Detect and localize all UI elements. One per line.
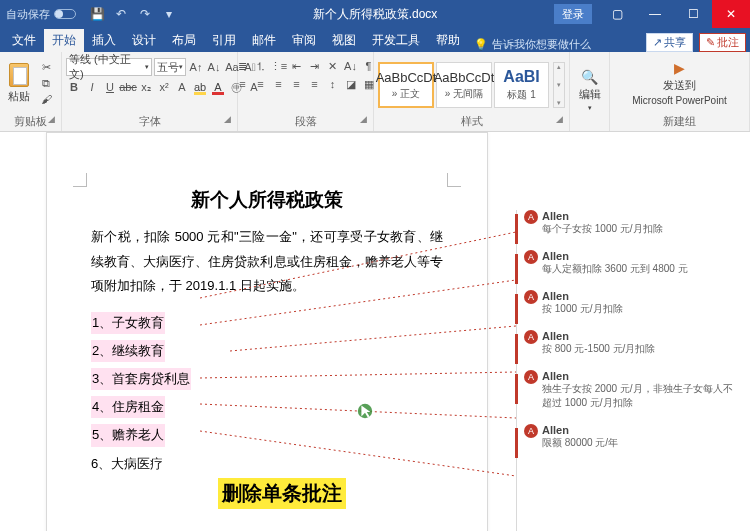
avatar: A — [524, 424, 538, 438]
font-size-select[interactable]: 五号▾ — [154, 58, 186, 76]
copy-icon[interactable]: ⧉ — [38, 76, 54, 90]
autosave-label: 自动保存 — [6, 7, 50, 22]
align-left-icon[interactable]: ≡ — [235, 76, 251, 92]
ribbon-options-icon[interactable]: ▢ — [598, 0, 636, 28]
search-icon: 🔍 — [581, 69, 598, 85]
style-heading1[interactable]: AaBI 标题 1 — [494, 62, 549, 108]
shrink-font-icon[interactable]: A↓ — [206, 59, 222, 75]
asian-layout-icon[interactable]: ✕ — [325, 58, 341, 74]
tab-view[interactable]: 视图 — [324, 29, 364, 52]
quick-access-toolbar: 💾 ↶ ↷ ▾ — [82, 3, 180, 25]
align-right-icon[interactable]: ≡ — [271, 76, 287, 92]
decrease-indent-icon[interactable]: ⇤ — [289, 58, 305, 74]
doc-paragraph: 新个税，扣除 5000 元和"三险一金"，还可享受子女教育、继续教育、大病医疗、… — [91, 225, 443, 299]
comment[interactable]: A Allen 独生子女按 2000 元/月，非独生子女每人不超过 1000 元… — [524, 370, 738, 410]
styles-scroll[interactable]: ▴▾▾ — [553, 62, 565, 108]
dialog-launcher-icon[interactable]: ◢ — [556, 114, 563, 124]
document-page[interactable]: 新个人所得税政策 新个税，扣除 5000 元和"三险一金"，还可享受子女教育、继… — [46, 132, 488, 531]
tab-devtools[interactable]: 开发工具 — [364, 29, 428, 52]
comment[interactable]: A Allen 限额 80000 元/年 — [524, 424, 738, 450]
document-area: 新个人所得税政策 新个税，扣除 5000 元和"三险一金"，还可享受子女教育、继… — [0, 132, 750, 531]
font-color-button[interactable]: A — [210, 79, 226, 95]
numbering-icon[interactable]: ⒈ — [253, 58, 269, 74]
dialog-launcher-icon[interactable]: ◢ — [224, 114, 231, 124]
paste-button[interactable]: 粘贴 — [4, 61, 34, 106]
minimize-icon[interactable]: — — [636, 0, 674, 28]
avatar: A — [524, 290, 538, 304]
underline-button[interactable]: U — [102, 79, 118, 95]
list-item: 1、子女教育 — [91, 312, 165, 334]
ribbon: 粘贴 ✂ ⧉ 🖌 剪贴板◢ 等线 (中文正文)▾ 五号▾ A↑ A↓ Aa Aͯ… — [0, 52, 750, 132]
comments-pane: A Allen 每个子女按 1000 元/月扣除 A Allen 每人定额扣除 … — [524, 210, 738, 464]
lightbulb-icon: 💡 — [474, 38, 488, 51]
highlight-color-button[interactable]: ab — [192, 79, 208, 95]
close-icon[interactable]: ✕ — [712, 0, 750, 28]
annotation-caption: 删除单条批注 — [218, 478, 346, 509]
grow-font-icon[interactable]: A↑ — [188, 59, 204, 75]
format-painter-icon[interactable]: 🖌 — [38, 92, 54, 106]
group-font: 等线 (中文正文)▾ 五号▾ A↑ A↓ Aa Aͯ B I U abc x₂ … — [62, 52, 238, 131]
comment[interactable]: A Allen 每人定额扣除 3600 元到 4800 元 — [524, 250, 738, 276]
list-item: 3、首套房贷利息 — [91, 368, 191, 390]
editing-button[interactable]: 🔍 编辑 ▾ — [575, 67, 605, 114]
document-title: 新个人所得税政策.docx — [313, 6, 438, 23]
comment[interactable]: A Allen 每个子女按 1000 元/月扣除 — [524, 210, 738, 236]
qat-more-icon[interactable]: ▾ — [158, 3, 180, 25]
text-effects-icon[interactable]: A — [174, 79, 190, 95]
justify-icon[interactable]: ≡ — [289, 76, 305, 92]
undo-icon[interactable]: ↶ — [110, 3, 132, 25]
powerpoint-icon: ▶ — [674, 60, 685, 76]
tab-home[interactable]: 开始 — [44, 29, 84, 52]
bold-button[interactable]: B — [66, 79, 82, 95]
tab-references[interactable]: 引用 — [204, 29, 244, 52]
avatar: A — [524, 370, 538, 384]
strike-button[interactable]: abc — [120, 79, 136, 95]
login-button[interactable]: 登录 — [554, 4, 592, 24]
group-styles: AaBbCcDt » 正文 AaBbCcDt » 无间隔 AaBI 标题 1 ▴… — [374, 52, 570, 131]
shading-icon[interactable]: ◪ — [343, 76, 359, 92]
comment[interactable]: A Allen 按 1000 元/月扣除 — [524, 290, 738, 316]
tab-review[interactable]: 审阅 — [284, 29, 324, 52]
italic-button[interactable]: I — [84, 79, 100, 95]
font-name-select[interactable]: 等线 (中文正文)▾ — [66, 58, 152, 76]
tab-file[interactable]: 文件 — [4, 29, 44, 52]
increase-indent-icon[interactable]: ⇥ — [307, 58, 323, 74]
group-paragraph: ≣ ⒈ ⋮≡ ⇤ ⇥ ✕ A↓ ¶ ≡ ≡ ≡ ≡ ≡ ↕ ◪ ▦ 段落◢ — [238, 52, 374, 131]
dialog-launcher-icon[interactable]: ◢ — [360, 114, 367, 124]
cut-icon[interactable]: ✂ — [38, 60, 54, 74]
share-button[interactable]: ↗共享 — [646, 33, 693, 52]
autosave-toggle[interactable]: 自动保存 — [0, 7, 82, 22]
avatar: A — [524, 210, 538, 224]
tab-layout[interactable]: 布局 — [164, 29, 204, 52]
superscript-button[interactable]: x² — [156, 79, 172, 95]
tab-mailings[interactable]: 邮件 — [244, 29, 284, 52]
avatar: A — [524, 330, 538, 344]
maximize-icon[interactable]: ☐ — [674, 0, 712, 28]
tell-me-input[interactable]: 💡 告诉我你想要做什么 — [474, 37, 646, 52]
style-nospacing[interactable]: AaBbCcDt » 无间隔 — [436, 62, 492, 108]
group-editing: 🔍 编辑 ▾ — [570, 52, 610, 131]
multilevel-icon[interactable]: ⋮≡ — [271, 58, 287, 74]
style-normal[interactable]: AaBbCcDt » 正文 — [378, 62, 434, 108]
margin-corner-icon — [447, 173, 461, 187]
ribbon-tabs: 文件 开始 插入 设计 布局 引用 邮件 审阅 视图 开发工具 帮助 💡 告诉我… — [0, 28, 750, 52]
list-item: 2、继续教育 — [91, 340, 165, 362]
toggle-icon — [54, 9, 76, 19]
align-center-icon[interactable]: ≡ — [253, 76, 269, 92]
line-spacing-icon[interactable]: ↕ — [325, 76, 341, 92]
bullets-icon[interactable]: ≣ — [235, 58, 251, 74]
save-icon[interactable]: 💾 — [86, 3, 108, 25]
comments-button[interactable]: ✎批注 — [699, 33, 746, 52]
distributed-icon[interactable]: ≡ — [307, 76, 323, 92]
dialog-launcher-icon[interactable]: ◢ — [48, 114, 55, 124]
tab-help[interactable]: 帮助 — [428, 29, 468, 52]
comment[interactable]: A Allen 按 800 元-1500 元/月扣除 — [524, 330, 738, 356]
subscript-button[interactable]: x₂ — [138, 79, 154, 95]
tab-design[interactable]: 设计 — [124, 29, 164, 52]
sort-icon[interactable]: A↓ — [343, 58, 359, 74]
avatar: A — [524, 250, 538, 264]
list-item: 4、住房租金 — [91, 396, 165, 418]
tab-insert[interactable]: 插入 — [84, 29, 124, 52]
redo-icon[interactable]: ↷ — [134, 3, 156, 25]
send-to-ppt-button[interactable]: ▶ 发送到 Microsoft PowerPoint — [628, 58, 730, 108]
